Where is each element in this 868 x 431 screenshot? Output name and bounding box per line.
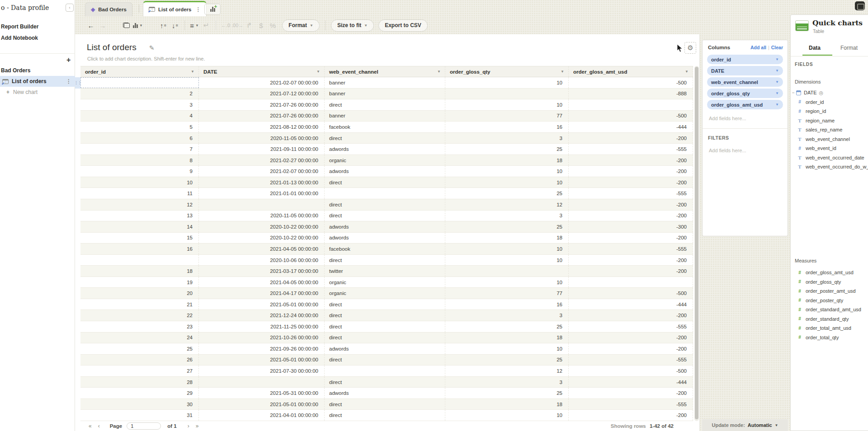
table-cell[interactable]: 2021-04-17 00:00:00 [199,288,325,299]
table-cell[interactable] [80,255,199,266]
table-cell[interactable]: 2021-07-26 00:00:00 [199,99,325,110]
add-chart-plus-button[interactable]: + [66,56,71,64]
chevron-down-icon[interactable]: ▼ [775,57,779,61]
table-cell[interactable]: -200 [569,155,693,166]
table-cell[interactable]: 29 [80,388,199,398]
table-cell[interactable]: 25 [445,221,569,232]
increase-decimals-icon[interactable]: .00→ [231,19,243,31]
edit-title-icon[interactable]: ✎ [149,44,155,52]
sort-ascending-icon[interactable]: ↑≡ [157,19,169,31]
filters-add-fields-placeholder[interactable]: Add fields here... [703,141,788,153]
table-cell[interactable]: 2021-09-26 00:00:00 [199,343,325,354]
table-cell[interactable]: 2020-10-06 00:00:00 [199,255,325,266]
wrap-text-icon[interactable]: ↵ [200,19,212,31]
table-cell[interactable]: 25 [445,321,569,332]
tab-list-of-orders[interactable]: ✓ List of orders ⋮ [143,1,207,16]
table-cell[interactable]: 12 [445,365,569,376]
table-cell[interactable]: 25 [445,188,569,199]
table-cell[interactable]: 8 [80,155,199,166]
table-cell[interactable]: 5 [80,122,199,132]
table-cell[interactable]: direct [325,199,445,210]
column-header-order_id[interactable]: order_id▼ [80,66,199,77]
table-cell[interactable]: 12 [80,199,199,210]
measure-order_standard_qty[interactable]: #order_standard_qty [791,314,868,324]
table-cell[interactable]: 16 [445,299,569,310]
table-cell[interactable]: banner [325,111,445,122]
tab-menu-icon[interactable]: ⋮ [195,6,201,13]
percent-format-icon[interactable]: % [267,19,278,31]
vertical-scrollbar[interactable] [694,66,699,421]
undo-icon[interactable]: ← [85,19,97,31]
update-mode-value[interactable]: Automatic [748,422,772,428]
table-cell[interactable]: 2021-09-11 00:00:00 [199,144,325,155]
collapse-icon[interactable]: − [792,90,796,95]
chevron-down-icon[interactable]: ▼ [775,80,779,84]
duplicate-chart-icon[interactable] [120,19,132,31]
table-cell[interactable]: 10 [445,410,569,421]
table-cell[interactable]: -555 [569,321,693,332]
new-chart-tab-button[interactable]: + [204,4,221,15]
columns-add-fields-placeholder[interactable]: Add fields here... [703,109,788,121]
table-cell[interactable]: 3 [445,211,569,221]
table-cell[interactable]: 2 [80,89,199,99]
table-cell[interactable] [80,77,199,88]
table-cell[interactable]: 10 [445,244,569,254]
table-cell[interactable]: -200 [569,177,693,188]
table-cell[interactable]: direct [325,377,445,388]
redo-icon[interactable]: → [97,19,108,31]
table-cell[interactable] [569,99,693,110]
table-cell[interactable]: 18 [80,266,199,276]
column-header-web_event_channel[interactable]: web_event_channel▼ [325,66,445,77]
sort-caret-icon[interactable]: ▼ [316,70,320,74]
table-cell[interactable]: -200 [569,166,693,177]
table-cell[interactable]: 77 [445,111,569,122]
table-cell[interactable]: direct [325,255,445,266]
table-cell[interactable]: 2021-04-05 00:00:00 [199,277,325,288]
table-cell[interactable] [445,89,569,99]
table-cell[interactable]: 2021-08-12 00:00:00 [199,122,325,132]
table-cell[interactable]: 2021-10-26 00:00:00 [199,333,325,343]
column-pill-DATE[interactable]: DATE▼ [707,66,783,75]
measure-order_gloss_qty[interactable]: #order_gloss_qty [791,277,868,287]
table-cell[interactable]: 19 [80,277,199,288]
table-cell[interactable]: 20 [80,288,199,299]
table-cell[interactable]: adwords [325,388,445,398]
sort-caret-icon[interactable]: ▼ [191,70,194,74]
table-cell[interactable]: adwords [325,233,445,244]
table-cell[interactable]: 2021-02-07 00:00:00 [199,77,325,88]
table-cell[interactable]: 11 [80,188,199,199]
table-cell[interactable]: 2021-01-13 00:00:00 [199,177,325,188]
table-cell[interactable]: adwords [325,221,445,232]
table-cell[interactable]: -555 [569,399,693,410]
table-cell[interactable]: 26 [80,355,199,365]
table-cell[interactable]: direct [325,310,445,321]
tab-format[interactable]: Format [840,45,858,51]
table-cell[interactable]: 10 [445,277,569,288]
table-cell[interactable]: 2021-05-01 00:00:00 [199,355,325,365]
table-cell[interactable]: direct [325,211,445,221]
table-cell[interactable]: 18 [445,333,569,343]
table-cell[interactable]: 2021-07-26 00:00:00 [199,111,325,122]
clear-link[interactable]: Clear [771,45,783,50]
table-cell[interactable]: organic [325,155,445,166]
table-cell[interactable]: 10 [445,343,569,354]
sidebar-item-list-of-orders[interactable]: ✓ List of orders ⋮ [0,76,75,87]
table-cell[interactable]: 16 [80,244,199,254]
sort-caret-icon[interactable]: ▼ [561,70,564,74]
table-cell[interactable]: direct [325,177,445,188]
chart-description-placeholder[interactable]: Click to add chart description. Shift-en… [87,56,205,61]
table-cell[interactable]: -200 [569,233,693,244]
table-cell[interactable]: -555 [569,355,693,365]
table-cell[interactable] [325,188,445,199]
table-cell[interactable]: 16 [445,122,569,132]
table-cell[interactable] [199,199,325,210]
table-cell[interactable]: 2020-11-05 00:00:00 [199,211,325,221]
column-header-DATE[interactable]: DATE▼ [199,66,325,77]
table-cell[interactable]: -500 [569,77,693,88]
column-pill-order_gloss_qty[interactable]: order_gloss_qty▼ [707,89,783,98]
table-cell[interactable]: 10 [445,99,569,110]
table-cell[interactable]: -200 [569,211,693,221]
table-cell[interactable]: 12 [445,199,569,210]
measure-order_poster_qty[interactable]: #order_poster_qty [791,296,868,305]
table-cell[interactable]: 2021-01-01 00:00:00 [199,188,325,199]
